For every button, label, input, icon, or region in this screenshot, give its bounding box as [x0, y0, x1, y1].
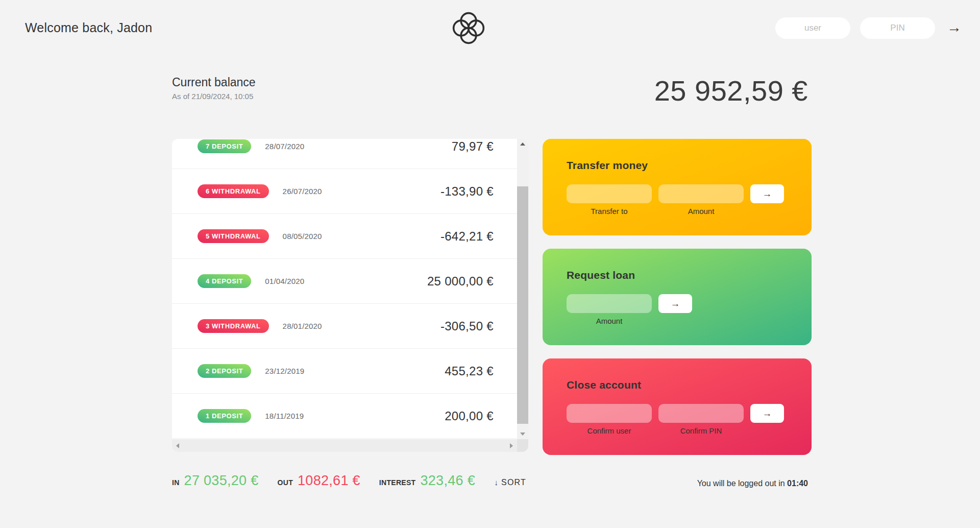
movement-amount: 25 000,00 €	[427, 274, 494, 289]
operations-column: Transfer money → Transfer to Amount Requ…	[543, 139, 812, 468]
scroll-right-icon[interactable]	[510, 443, 513, 448]
close-confirm-user-input[interactable]	[567, 404, 652, 423]
movement-row: 3 WITHDRAWAL 28/01/2020 -306,50 €	[172, 304, 517, 349]
movement-amount: 200,00 €	[445, 409, 494, 423]
close-pin-label: Confirm PIN	[658, 426, 744, 435]
login-form: →	[775, 17, 962, 39]
movement-date: 23/12/2019	[265, 367, 304, 375]
login-submit-button[interactable]: →	[945, 20, 962, 37]
transfer-amount-label: Amount	[658, 207, 744, 215]
close-user-label: Confirm user	[567, 426, 652, 435]
logout-timer-value: 01:40	[787, 479, 808, 488]
movement-type-badge: 2 DEPOSIT	[198, 364, 251, 378]
transfer-money-card: Transfer money → Transfer to Amount	[543, 139, 812, 235]
movement-date: 28/07/2020	[265, 142, 304, 151]
loan-amount-input[interactable]	[567, 294, 652, 313]
balance-section: Current balance As of 21/09/2024, 10:05 …	[172, 76, 808, 105]
vertical-scrollbar[interactable]	[517, 139, 528, 439]
movement-date: 28/01/2020	[283, 322, 322, 330]
top-nav: Welcome back, Jadon →	[0, 0, 980, 56]
request-loan-card: Request loan → Amount	[543, 249, 812, 345]
close-title: Close account	[567, 379, 788, 391]
movement-type-badge: 7 DEPOSIT	[198, 139, 251, 153]
close-submit-button[interactable]: →	[750, 404, 784, 423]
scroll-up-icon[interactable]	[517, 139, 528, 149]
summary-out-label: OUT	[278, 478, 293, 487]
logout-timer-text: You will be logged out in	[697, 479, 787, 488]
movement-date: 08/05/2020	[283, 232, 322, 241]
summary-in-label: IN	[172, 478, 180, 487]
movement-type-badge: 4 DEPOSIT	[198, 274, 251, 288]
movement-amount: -133,90 €	[440, 184, 494, 199]
close-confirm-pin-input[interactable]	[658, 404, 744, 423]
movement-row: 7 DEPOSIT 28/07/2020 79,97 €	[172, 139, 517, 169]
sort-arrow-icon: ↓	[495, 478, 499, 487]
loan-amount-label: Amount	[567, 317, 652, 325]
transfer-to-label: Transfer to	[567, 207, 652, 215]
summary-in-value: 27 035,20 €	[184, 473, 259, 489]
scroll-left-icon[interactable]	[176, 443, 179, 448]
movement-date: 18/11/2019	[265, 412, 304, 420]
horizontal-scrollbar[interactable]	[172, 439, 517, 452]
movement-amount: -306,50 €	[440, 319, 494, 333]
transfer-amount-input[interactable]	[658, 184, 744, 203]
balance-value: 25 952,59 €	[654, 77, 808, 105]
movement-row: 4 DEPOSIT 01/04/2020 25 000,00 €	[172, 259, 517, 304]
movement-row: 6 WITHDRAWAL 26/07/2020 -133,90 €	[172, 169, 517, 214]
transfer-submit-button[interactable]: →	[750, 184, 784, 203]
movement-amount: 79,97 €	[452, 139, 494, 154]
logout-timer: You will be logged out in 01:40	[697, 479, 808, 488]
close-arrow-icon: →	[763, 408, 772, 419]
balance-date: As of 21/09/2024, 10:05	[172, 92, 256, 101]
login-user-input[interactable]	[775, 17, 850, 39]
movement-row: 5 WITHDRAWAL 08/05/2020 -642,21 €	[172, 214, 517, 259]
scrollbar-corner	[517, 439, 528, 452]
summary-interest-label: INTEREST	[379, 478, 416, 487]
movement-type-badge: 3 WITHDRAWAL	[198, 319, 269, 333]
bankist-logo-icon	[452, 11, 485, 45]
transfer-arrow-icon: →	[763, 188, 772, 199]
movement-amount: 455,23 €	[445, 364, 494, 378]
movement-date: 01/04/2020	[265, 277, 304, 285]
movement-type-badge: 1 DEPOSIT	[198, 409, 251, 423]
movement-type-badge: 6 WITHDRAWAL	[198, 184, 269, 198]
login-arrow-icon: →	[947, 19, 962, 35]
balance-label: Current balance	[172, 76, 256, 89]
balance-heading: Current balance As of 21/09/2024, 10:05	[172, 76, 256, 101]
sort-button[interactable]: ↓ SORT	[495, 478, 526, 487]
close-account-card: Close account → Confirm user Confirm PIN	[543, 358, 812, 455]
transfer-to-input[interactable]	[567, 184, 652, 203]
summary-bar: IN 27 035,20 € OUT 1082,61 € INTEREST 32…	[172, 473, 528, 489]
scroll-down-icon[interactable]	[517, 429, 528, 439]
loan-title: Request loan	[567, 269, 788, 281]
movements-list: 7 DEPOSIT 28/07/2020 79,97 € 6 WITHDRAWA…	[172, 139, 517, 439]
summary-interest-value: 323,46 €	[420, 473, 475, 489]
transfer-title: Transfer money	[567, 159, 788, 172]
movement-amount: -642,21 €	[440, 229, 494, 244]
summary-out-value: 1082,61 €	[298, 473, 360, 489]
loan-submit-button[interactable]: →	[658, 294, 692, 313]
movement-row: 1 DEPOSIT 18/11/2019 200,00 €	[172, 394, 517, 439]
vertical-scrollbar-thumb[interactable]	[517, 186, 528, 424]
movements-panel: 7 DEPOSIT 28/07/2020 79,97 € 6 WITHDRAWA…	[172, 139, 528, 452]
welcome-message: Welcome back, Jadon	[25, 20, 152, 35]
movement-type-badge: 5 WITHDRAWAL	[198, 229, 269, 243]
loan-arrow-icon: →	[671, 298, 680, 309]
movement-date: 26/07/2020	[283, 187, 322, 196]
sort-label: SORT	[501, 478, 526, 487]
movement-row: 2 DEPOSIT 23/12/2019 455,23 €	[172, 349, 517, 394]
login-pin-input[interactable]	[860, 17, 935, 39]
